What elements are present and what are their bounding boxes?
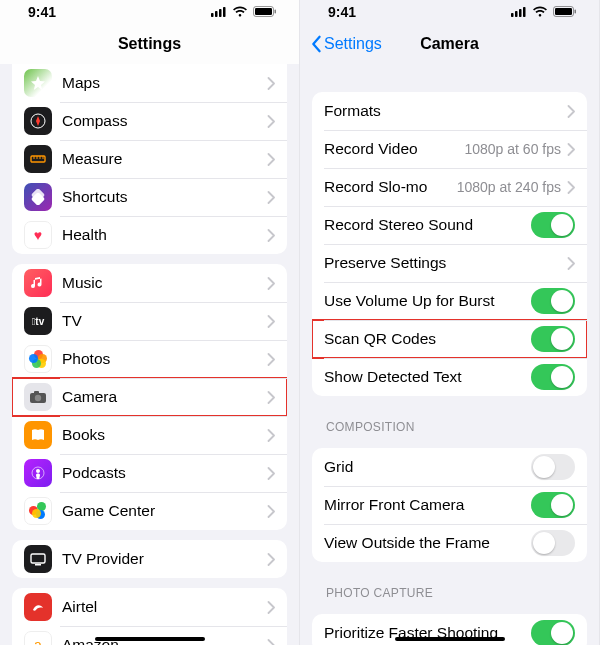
battery-icon <box>553 4 577 20</box>
chevron-left-icon <box>310 35 322 53</box>
setting-row-scan-qr-codes[interactable]: Scan QR Codes <box>312 320 587 358</box>
wifi-icon <box>532 4 548 20</box>
status-bar: 9:41 <box>0 0 299 24</box>
setting-row-preserve-settings[interactable]: Preserve Settings <box>312 244 587 282</box>
wifi-icon <box>232 4 248 20</box>
row-label: Mirror Front Camera <box>324 496 531 514</box>
toggle-prioritize-faster-shooting[interactable] <box>531 620 575 645</box>
setting-row-record-video[interactable]: Record Video1080p at 60 fps <box>312 130 587 168</box>
section-header: PHOTO CAPTURE <box>300 572 599 604</box>
setting-row-view-outside-the-frame[interactable]: View Outside the Frame <box>312 524 587 562</box>
toggle-view-outside-the-frame[interactable] <box>531 530 575 556</box>
setting-row-mirror-front-camera[interactable]: Mirror Front Camera <box>312 486 587 524</box>
row-label: Record Slo-mo <box>324 178 457 196</box>
row-detail: 1080p at 240 fps <box>457 179 561 195</box>
settings-row-photos[interactable]: Photos <box>12 340 287 378</box>
row-label: Health <box>62 226 267 244</box>
home-indicator[interactable] <box>395 637 505 642</box>
row-label: Use Volume Up for Burst <box>324 292 531 310</box>
settings-screen: 9:41 Settings MapsCompassMeasureShortcut… <box>0 0 300 645</box>
svg-rect-20 <box>519 9 522 17</box>
back-button[interactable]: Settings <box>310 35 382 53</box>
battery-icon <box>253 4 277 20</box>
row-label: Podcasts <box>62 464 267 482</box>
settings-row-tvprovider[interactable]: TV Provider <box>12 540 287 578</box>
back-label: Settings <box>324 35 382 53</box>
chevron-right-icon <box>267 391 275 404</box>
settings-row-compass[interactable]: Compass <box>12 102 287 140</box>
setting-row-show-detected-text[interactable]: Show Detected Text <box>312 358 587 396</box>
row-label: Books <box>62 426 267 444</box>
row-label: Preserve Settings <box>324 254 567 272</box>
settings-row-health[interactable]: ♥Health <box>12 216 287 254</box>
health-icon: ♥ <box>24 221 52 249</box>
toggle-scan-qr-codes[interactable] <box>531 326 575 352</box>
row-label: Scan QR Codes <box>324 330 531 348</box>
settings-row-airtel[interactable]: Airtel <box>12 588 287 626</box>
toggle-mirror-front-camera[interactable] <box>531 492 575 518</box>
svg-rect-19 <box>515 11 518 17</box>
row-label: Camera <box>62 388 267 406</box>
settings-group: TV Provider <box>12 540 287 578</box>
row-label: Airtel <box>62 598 267 616</box>
row-label: Shortcuts <box>62 188 267 206</box>
settings-row-books[interactable]: Books <box>12 416 287 454</box>
page-title: Settings <box>118 35 181 53</box>
settings-row-gamecenter[interactable]: Game Center <box>12 492 287 530</box>
svg-rect-17 <box>35 564 41 566</box>
chevron-right-icon <box>267 315 275 328</box>
chevron-right-icon <box>267 191 275 204</box>
status-indicators <box>211 4 277 20</box>
toggle-show-detected-text[interactable] <box>531 364 575 390</box>
row-label: Show Detected Text <box>324 368 531 386</box>
setting-row-record-stereo-sound[interactable]: Record Stereo Sound <box>312 206 587 244</box>
amazon-icon: a <box>24 631 52 645</box>
status-bar: 9:41 <box>300 0 599 24</box>
settings-row-amazon[interactable]: aAmazon <box>12 626 287 645</box>
svg-rect-0 <box>211 13 214 17</box>
setting-row-formats[interactable]: Formats <box>312 92 587 130</box>
status-indicators <box>511 4 577 20</box>
row-label: TV <box>62 312 267 330</box>
gamecenter-icon <box>24 497 52 525</box>
chevron-right-icon <box>267 467 275 480</box>
camera-settings-list[interactable]: FormatsRecord Video1080p at 60 fpsRecord… <box>300 64 599 645</box>
row-label: Record Video <box>324 140 464 158</box>
row-label: Grid <box>324 458 531 476</box>
toggle-record-stereo-sound[interactable] <box>531 212 575 238</box>
settings-list[interactable]: MapsCompassMeasureShortcuts♥HealthMusic… <box>0 64 299 645</box>
home-indicator[interactable] <box>95 637 205 642</box>
row-label: Photos <box>62 350 267 368</box>
setting-row-record-slo-mo[interactable]: Record Slo-mo1080p at 240 fps <box>312 168 587 206</box>
toggle-grid[interactable] <box>531 454 575 480</box>
settings-row-music[interactable]: Music <box>12 264 287 302</box>
row-label: Measure <box>62 150 267 168</box>
settings-group: MusictvTVPhotosCameraBooksPodcastsGame … <box>12 264 287 530</box>
setting-row-use-volume-up-for-burst[interactable]: Use Volume Up for Burst <box>312 282 587 320</box>
settings-row-maps[interactable]: Maps <box>12 64 287 102</box>
settings-row-shortcuts[interactable]: Shortcuts <box>12 178 287 216</box>
tv-icon: tv <box>24 307 52 335</box>
books-icon <box>24 421 52 449</box>
toggle-use-volume-up-for-burst[interactable] <box>531 288 575 314</box>
compass-icon <box>24 107 52 135</box>
chevron-right-icon <box>267 429 275 442</box>
settings-row-measure[interactable]: Measure <box>12 140 287 178</box>
camera-icon <box>24 383 52 411</box>
measure-icon <box>24 145 52 173</box>
svg-rect-5 <box>255 8 272 15</box>
row-label: Formats <box>324 102 567 120</box>
settings-row-tv[interactable]: tvTV <box>12 302 287 340</box>
svg-rect-6 <box>275 10 277 14</box>
settings-row-podcasts[interactable]: Podcasts <box>12 454 287 492</box>
svg-rect-21 <box>523 7 526 17</box>
setting-row-grid[interactable]: Grid <box>312 448 587 486</box>
settings-group: MapsCompassMeasureShortcuts♥Health <box>12 64 287 254</box>
podcasts-icon <box>24 459 52 487</box>
svg-rect-2 <box>219 9 222 17</box>
page-title: Camera <box>420 35 479 53</box>
chevron-right-icon <box>567 181 575 194</box>
settings-row-camera[interactable]: Camera <box>12 378 287 416</box>
svg-rect-18 <box>511 13 514 17</box>
chevron-right-icon <box>567 257 575 270</box>
